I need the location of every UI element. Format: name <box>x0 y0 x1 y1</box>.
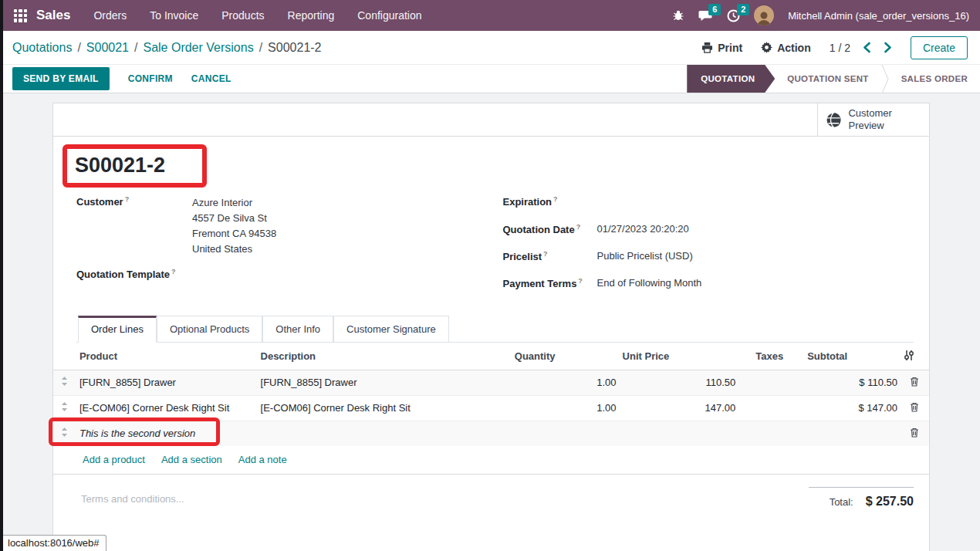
menu-orders[interactable]: Orders <box>93 9 127 22</box>
document-title[interactable]: S00021-2 <box>75 153 165 177</box>
add-a-note-link[interactable]: Add a note <box>238 454 287 465</box>
stage-sales-order[interactable]: SALES ORDER <box>889 65 980 93</box>
top-navbar: Sales Orders To Invoice Products Reporti… <box>0 0 980 31</box>
form-sheet: Customer Preview S00021-2 Customer? Azur… <box>52 103 930 551</box>
notebook-tabs: Order Lines Optional Products Other Info… <box>76 316 914 343</box>
customer-value[interactable]: Azure Interior 4557 De Silva St Fremont … <box>192 195 276 257</box>
pager: 1 / 2 <box>830 42 892 54</box>
print-button[interactable]: Print <box>701 42 742 54</box>
add-line-links: Add a product Add a section Add a note <box>53 446 929 475</box>
optional-columns-icon[interactable] <box>904 351 914 363</box>
breadcrumb: Quotations / S00021 / Sale Order Version… <box>12 41 322 55</box>
delete-row-icon[interactable] <box>910 377 919 387</box>
drag-handle-icon[interactable] <box>61 402 68 411</box>
cancel-button[interactable]: CANCEL <box>191 73 231 84</box>
messages-count-badge: 6 <box>708 4 721 15</box>
debug-bug-icon[interactable] <box>672 9 684 22</box>
add-a-section-link[interactable]: Add a section <box>161 454 222 465</box>
menu-products[interactable]: Products <box>221 9 264 22</box>
pricelist-value[interactable]: Public Pricelist (USD) <box>597 250 693 262</box>
total-value: $ 257.50 <box>866 495 914 509</box>
breadcrumb-sale-order-versions[interactable]: Sale Order Versions <box>143 41 253 55</box>
quotation-date-label: Quotation Date? <box>503 223 597 235</box>
stage-selector: QUOTATION QUOTATION SENT SALES ORDER <box>687 65 980 93</box>
activities-count-badge: 2 <box>737 4 749 15</box>
table-row[interactable]: [FURN_8855] Drawer [FURN_8855] Drawer 1.… <box>53 370 929 395</box>
delete-row-icon[interactable] <box>910 402 919 412</box>
tab-optional-products[interactable]: Optional Products <box>157 316 262 343</box>
tab-customer-signature[interactable]: Customer Signature <box>333 316 449 343</box>
quotation-template-label: Quotation Template? <box>76 268 192 280</box>
col-taxes[interactable]: Taxes <box>738 343 804 370</box>
customer-preview-button[interactable]: Customer Preview <box>817 103 929 136</box>
col-quantity[interactable]: Quantity <box>512 343 620 370</box>
customer-preview-label: Customer Preview <box>848 107 921 131</box>
pager-count: 1 / 2 <box>830 42 850 54</box>
col-product[interactable]: Product <box>76 343 258 370</box>
activities-clock-icon[interactable]: 2 <box>727 9 740 22</box>
breadcrumb-s00021[interactable]: S00021 <box>86 41 129 55</box>
col-unit-price[interactable]: Unit Price <box>620 343 739 370</box>
content-area: Customer Preview S00021-2 Customer? Azur… <box>0 93 980 551</box>
send-by-email-button[interactable]: SEND BY EMAIL <box>12 67 110 90</box>
payment-terms-value[interactable]: End of Following Month <box>597 277 702 289</box>
stage-separator-icon <box>881 65 889 93</box>
add-a-product-link[interactable]: Add a product <box>83 454 145 465</box>
pager-next-icon[interactable] <box>884 42 892 53</box>
app-brand[interactable]: Sales <box>36 8 70 23</box>
note-text[interactable]: This is the second version <box>79 428 195 439</box>
quotation-date-value[interactable]: 01/27/2023 20:20:20 <box>597 223 689 235</box>
screen-edge-strip <box>0 0 3 551</box>
globe-icon <box>826 111 841 129</box>
main-menu: Orders To Invoice Products Reporting Con… <box>93 9 421 22</box>
col-subtotal[interactable]: Subtotal <box>804 343 901 370</box>
browser-status-tooltip: localhost:8016/web# <box>3 535 106 551</box>
payment-terms-label: Payment Terms? <box>503 277 597 289</box>
stage-quotation-sent[interactable]: QUOTATION SENT <box>775 65 880 93</box>
stage-quotation[interactable]: QUOTATION <box>687 65 775 93</box>
totals-block: Total: $ 257.50 <box>809 487 914 509</box>
customer-label: Customer? <box>76 195 192 257</box>
gear-icon <box>761 42 772 53</box>
drag-handle-icon[interactable] <box>61 428 68 437</box>
statusbar: SEND BY EMAIL CONFIRM CANCEL QUOTATION Q… <box>0 65 980 93</box>
col-description[interactable]: Description <box>258 343 512 370</box>
note-row[interactable]: This is the second version <box>53 421 929 446</box>
pager-previous-icon[interactable] <box>863 42 871 53</box>
user-menu[interactable]: Mitchell Admin (sale_order_versions_16) <box>788 10 969 22</box>
breadcrumb-current: S00021-2 <box>268 41 321 55</box>
menu-configuration[interactable]: Configuration <box>357 9 421 22</box>
user-avatar[interactable] <box>754 5 774 25</box>
create-button[interactable]: Create <box>911 36 968 59</box>
pricelist-label: Pricelist? <box>503 250 597 262</box>
drag-handle-icon[interactable] <box>61 377 68 386</box>
action-button[interactable]: Action <box>761 42 811 54</box>
table-header-row: Product Description Quantity Unit Price … <box>53 343 929 370</box>
messages-icon[interactable]: 6 <box>698 9 713 22</box>
apps-grid-icon[interactable] <box>14 9 27 22</box>
title-annotation-box: S00021-2 <box>63 144 207 188</box>
tab-order-lines[interactable]: Order Lines <box>78 316 157 343</box>
confirm-button[interactable]: CONFIRM <box>128 73 173 84</box>
tab-other-info[interactable]: Other Info <box>262 316 333 343</box>
delete-row-icon[interactable] <box>910 428 919 438</box>
total-label: Total: <box>830 496 853 508</box>
sheet-header: Customer Preview <box>53 103 929 137</box>
order-lines-table: Product Description Quantity Unit Price … <box>53 343 929 446</box>
expiration-label: Expiration? <box>503 195 597 208</box>
control-panel: Quotations / S00021 / Sale Order Version… <box>0 31 980 65</box>
breadcrumb-quotations[interactable]: Quotations <box>12 41 72 55</box>
menu-reporting[interactable]: Reporting <box>288 9 335 22</box>
printer-icon <box>701 42 713 53</box>
menu-to-invoice[interactable]: To Invoice <box>150 9 198 22</box>
table-row[interactable]: [E-COM06] Corner Desk Right Sit [E-COM06… <box>53 395 929 421</box>
terms-placeholder[interactable]: Terms and conditions... <box>81 493 184 509</box>
